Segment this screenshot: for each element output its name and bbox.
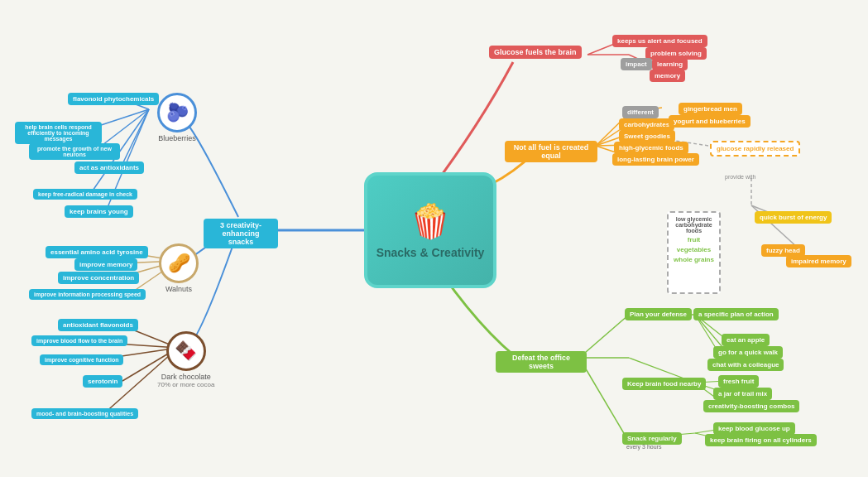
blood-glucose-up: keep blood glucose up bbox=[713, 422, 795, 435]
creativity-snacks-branch: 3 creativity-enhancing snacks bbox=[204, 219, 278, 248]
low-glycemic-box: low glycemic carbohydrate foods fruit ve… bbox=[667, 211, 721, 294]
dc-node-2: improve blood flow to the brain bbox=[31, 335, 127, 346]
glucose-branch: Glucose fuels the brain bbox=[489, 46, 582, 59]
blueberries-icon: 🫐 bbox=[157, 93, 197, 132]
svg-line-3 bbox=[122, 109, 149, 164]
svg-line-2 bbox=[99, 109, 149, 147]
naf-yogurt: yogurt and blueberries bbox=[669, 115, 751, 128]
quick-burst: quick burst of energy bbox=[755, 211, 832, 224]
snack-detail: every 3 hours bbox=[626, 444, 661, 450]
wn-node-3: improve concentration bbox=[58, 272, 139, 284]
creativity-combos: creativity-boosting combos bbox=[703, 400, 799, 412]
blueberries-image: 🫐 Blueberries bbox=[157, 93, 197, 142]
walnuts-label: Walnuts bbox=[165, 285, 192, 293]
glucose-learning: learning bbox=[652, 58, 688, 70]
quick-walk: go for a quick walk bbox=[713, 346, 783, 359]
blueberries-label: Blueberries bbox=[158, 134, 196, 142]
chocolate-image: 🍫 Dark chocolate 70% or more cocoa bbox=[157, 331, 214, 388]
naf-different: different bbox=[622, 106, 659, 118]
dc-node-4: serotonin bbox=[83, 375, 122, 388]
bb-node-1: flavonoid phytochemicals bbox=[68, 93, 159, 105]
snack-regularly: Snack regularly bbox=[622, 432, 682, 445]
bb-node-3: promote the growth of new neurons bbox=[29, 143, 120, 160]
dc-node-3: improve cognitive function bbox=[40, 354, 123, 365]
naf-sweet: Sweet goodies bbox=[619, 130, 675, 142]
impaired-memory: impaired memory bbox=[786, 255, 851, 267]
eat-apple: eat an apple bbox=[722, 334, 770, 346]
plan-action: a specific plan of action bbox=[693, 308, 779, 320]
dc-node-5: mood- and brain-boosting qualities bbox=[31, 408, 138, 419]
chocolate-icon: 🍫 bbox=[166, 331, 206, 371]
defeat-sweets-branch: Defeat the office sweets bbox=[496, 351, 587, 373]
bb-node-5: keep free-radical damage in check bbox=[33, 189, 137, 200]
walnuts-icon: 🥜 bbox=[159, 243, 199, 283]
naf-glycemic: high-glycemic foods bbox=[614, 142, 688, 154]
brain-food: Keep brain food nearby bbox=[622, 378, 706, 390]
glucose-node-1: keeps us alert and focused bbox=[612, 35, 707, 47]
naf-lasting: long-lasting brain power bbox=[612, 153, 699, 166]
center-node: 🍿 Snacks & Creativity bbox=[364, 172, 496, 288]
bb-node-2: help brain cells respond efficiently to … bbox=[15, 122, 102, 144]
glucose-memory: memory bbox=[650, 70, 685, 82]
not-all-fuel-branch: Not all fuel is created equal bbox=[505, 141, 597, 162]
naf-gingerbread: gingerbread men bbox=[679, 103, 742, 115]
chocolate-subtitle: 70% or more cocoa bbox=[157, 381, 214, 388]
svg-line-32 bbox=[579, 315, 629, 358]
naf-carbs: carbohydrates bbox=[619, 118, 674, 131]
fresh-fruit: fresh fruit bbox=[718, 375, 759, 388]
plan-defense: Plan your defense bbox=[625, 308, 692, 320]
dc-node-1: antioxidant flavonoids bbox=[58, 319, 138, 331]
bb-node-6: keep brains young bbox=[65, 205, 133, 218]
bb-node-4: act as antioxidants bbox=[74, 161, 144, 174]
wn-node-2: improve memory bbox=[74, 258, 137, 271]
chat-colleague: chat with a colleague bbox=[707, 359, 784, 371]
center-label: Snacks & Creativity bbox=[376, 246, 485, 259]
naf-glucose-released: glucose rapidly released bbox=[710, 141, 800, 157]
brain-firing: keep brain firing on all cylinders bbox=[705, 434, 817, 446]
walnuts-image: 🥜 Walnuts bbox=[159, 243, 199, 293]
popcorn-icon: 🍿 bbox=[410, 202, 451, 241]
trail-mix: a jar of trail mix bbox=[713, 388, 772, 400]
chocolate-label: Dark chocolate bbox=[161, 373, 211, 381]
provide-with-label: provide with bbox=[725, 174, 755, 180]
wn-node-1: essential amino acid tyrosine bbox=[46, 246, 148, 258]
glucose-impact: impact bbox=[621, 58, 652, 70]
wn-node-4: improve information processing speed bbox=[29, 289, 146, 300]
